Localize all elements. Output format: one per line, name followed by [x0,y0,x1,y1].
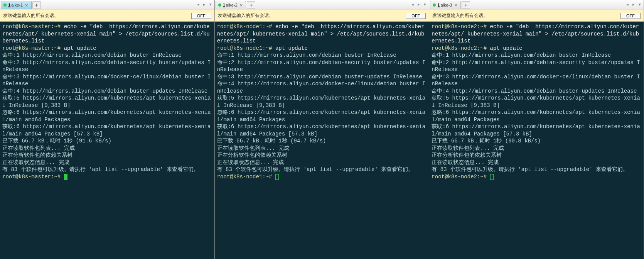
next-tab-icon[interactable]: ▸ [631,1,636,8]
terminal-output[interactable]: root@k8s-master:~# echo -e "deb https://… [0,22,214,259]
close-icon[interactable]: × [25,3,28,8]
banner-text: 发送键盘输入的所有会话。 [432,12,488,19]
tab-nav: ◂ ▸ ▾ [625,1,642,8]
terminal-output[interactable]: root@k8s-node2:~# echo -e "deb https://m… [429,22,644,259]
broadcast-banner: 发送键盘输入的所有会话。 OFF [215,10,429,22]
tab-aike-3[interactable]: 1 aike-3 × [430,1,461,9]
close-icon[interactable]: × [454,3,457,8]
status-dot-icon [3,3,7,7]
tab-bar: 1 aike-3 × + ◂ ▸ ▾ [429,0,644,10]
pane-2: 1 aike-2 × + ◂ ▸ ▾ 发送键盘输入的所有会话。 OFF root… [215,0,430,259]
prev-tab-icon[interactable]: ◂ [625,1,630,8]
broadcast-toggle-button[interactable]: OFF [191,13,211,19]
prev-tab-icon[interactable]: ◂ [196,1,201,8]
broadcast-toggle-button[interactable]: OFF [406,13,426,19]
status-dot-icon [218,3,221,7]
tab-dropdown-icon[interactable]: ▾ [423,1,427,8]
prev-tab-icon[interactable]: ◂ [410,1,415,8]
tab-aike-1[interactable]: 1 aike-1 × [1,1,32,9]
close-icon[interactable]: × [240,3,243,8]
broadcast-banner: 发送键盘输入的所有会话。 OFF [429,10,644,22]
status-dot-icon [433,3,436,7]
next-tab-icon[interactable]: ▸ [416,1,421,8]
tab-nav: ◂ ▸ ▾ [196,1,213,8]
banner-text: 发送键盘输入的所有会话。 [3,12,59,19]
broadcast-toggle-button[interactable]: OFF [620,13,641,19]
tab-dropdown-icon[interactable]: ▾ [637,1,642,8]
add-tab-button[interactable]: + [462,1,470,9]
tab-label: aike-3 [440,3,452,7]
tab-label: aike-1 [11,3,23,7]
tab-number: 1 [223,3,225,7]
add-tab-button[interactable]: + [32,1,41,9]
tab-number: 1 [8,3,10,7]
pane-1: 1 aike-1 × + ◂ ▸ ▾ 发送键盘输入的所有会话。 OFF root… [0,0,215,259]
add-tab-button[interactable]: + [247,1,255,9]
tab-dropdown-icon[interactable]: ▾ [208,1,213,8]
tab-label: aike-2 [226,3,238,7]
terminal-output[interactable]: root@k8s-node1:~# echo -e "deb https://m… [215,22,429,259]
tab-number: 1 [437,3,440,7]
tab-aike-2[interactable]: 1 aike-2 × [216,1,246,9]
banner-text: 发送键盘输入的所有会话。 [218,12,273,19]
broadcast-banner: 发送键盘输入的所有会话。 OFF [0,10,214,22]
tab-bar: 1 aike-1 × + ◂ ▸ ▾ [0,0,214,10]
next-tab-icon[interactable]: ▸ [202,1,207,8]
tab-nav: ◂ ▸ ▾ [410,1,427,8]
tab-bar: 1 aike-2 × + ◂ ▸ ▾ [215,0,429,10]
pane-3: 1 aike-3 × + ◂ ▸ ▾ 发送键盘输入的所有会话。 OFF root… [429,0,644,259]
